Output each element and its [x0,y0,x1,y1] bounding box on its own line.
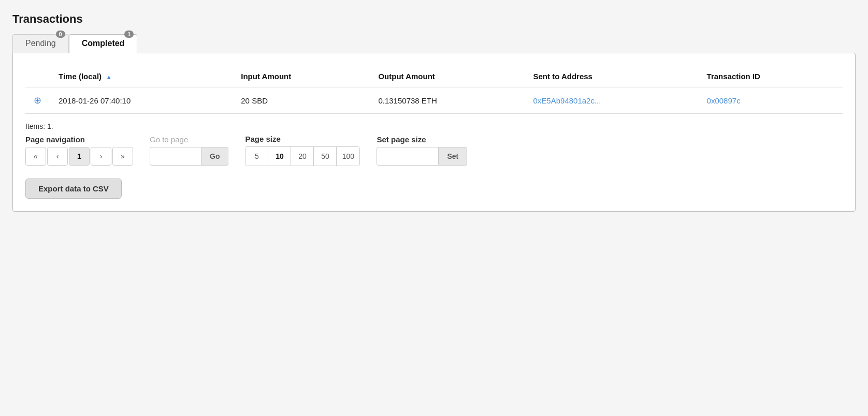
col-input-amount-label: Input Amount [241,72,291,81]
col-output-amount-label: Output Amount [378,72,435,81]
content-box: Time (local) ▲ Input Amount Output Amoun… [12,53,856,212]
tab-pending[interactable]: 0 Pending [12,34,69,53]
table-row: ⊕ 2018-01-26 07:40:10 20 SBD 0.13150738 … [25,87,843,114]
col-sent-to-address-label: Sent to Address [533,72,592,81]
col-transaction-id: Transaction ID [699,66,843,87]
col-transaction-id-label: Transaction ID [707,72,760,81]
next-page-button[interactable]: › [91,147,111,166]
go-button[interactable]: Go [201,147,228,166]
page-size-20[interactable]: 20 [291,147,314,166]
tab-completed-label: Completed [82,39,125,48]
col-time[interactable]: Time (local) ▲ [50,66,233,87]
set-page-size-label: Set page size [377,135,467,144]
go-to-page-group: Go to page Go [150,135,228,166]
page-size-100[interactable]: 100 [337,147,359,166]
row-transaction-id[interactable]: 0x00897c [699,87,843,114]
col-icon [25,66,50,87]
pending-badge: 0 [56,31,65,38]
pagination-section: Items: 1. Page navigation « ‹ 1 › » Go t… [25,122,843,166]
set-page-size-input[interactable] [377,147,439,166]
transactions-table: Time (local) ▲ Input Amount Output Amoun… [25,66,843,114]
go-to-page-label: Go to page [150,135,228,144]
col-time-label: Time (local) [59,72,102,81]
row-icon-cell[interactable]: ⊕ [25,87,50,114]
row-input-amount: 20 SBD [233,87,370,114]
page-size-group: Page size 5 10 20 50 100 [245,135,360,166]
last-page-button[interactable]: » [112,147,133,166]
go-row: Go [150,147,228,166]
prev-page-button[interactable]: ‹ [47,147,68,166]
page-size-5[interactable]: 5 [245,147,268,166]
col-sent-to-address: Sent to Address [525,66,699,87]
set-row: Set [377,147,467,166]
page-title: Transactions [12,12,856,26]
set-page-size-group: Set page size Set [377,135,467,166]
page-size-10[interactable]: 10 [268,147,291,166]
go-to-page-input[interactable] [150,147,201,166]
transactions-table-wrapper: Time (local) ▲ Input Amount Output Amoun… [25,66,843,114]
col-output-amount: Output Amount [370,66,525,87]
items-count: Items: 1. [25,122,843,130]
page-size-buttons: 5 10 20 50 100 [245,146,360,166]
col-input-amount: Input Amount [233,66,370,87]
first-page-button[interactable]: « [25,147,46,166]
tab-pending-label: Pending [25,39,56,48]
current-page-button[interactable]: 1 [69,147,90,166]
row-time: 2018-01-26 07:40:10 [50,87,233,114]
page-size-50[interactable]: 50 [314,147,337,166]
page-nav-buttons: « ‹ 1 › » [25,147,133,166]
page-navigation-label: Page navigation [25,135,133,144]
tab-completed[interactable]: 1 Completed [69,34,138,53]
row-output-amount: 0.13150738 ETH [370,87,525,114]
set-button[interactable]: Set [439,147,467,166]
completed-badge: 1 [124,31,134,38]
page-size-label: Page size [245,135,360,143]
sort-asc-icon: ▲ [106,73,112,81]
page-navigation-group: Page navigation « ‹ 1 › » [25,135,133,166]
tab-bar: 0 Pending 1 Completed [12,34,856,53]
zoom-icon[interactable]: ⊕ [34,95,41,106]
row-sent-to-address[interactable]: 0xE5Ab94801a2c... [525,87,699,114]
export-csv-button[interactable]: Export data to CSV [25,179,122,199]
pagination-controls: Page navigation « ‹ 1 › » Go to page Go … [25,135,843,166]
